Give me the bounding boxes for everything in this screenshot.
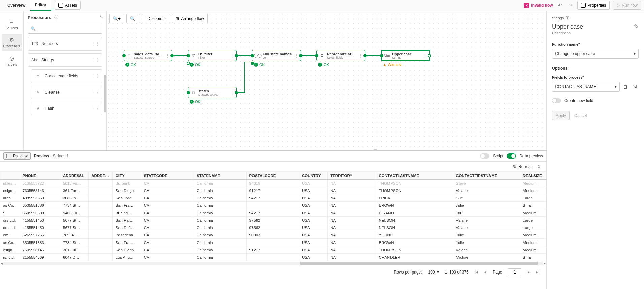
zoom-fit-button[interactable]: ⛶ Zoom fit [142,14,170,23]
column-header[interactable]: COUNTRY [299,172,327,180]
run-flow-button[interactable]: ▷ Run flow [613,1,641,10]
output-port[interactable] [235,54,238,57]
column-header[interactable]: CITY [113,172,141,180]
column-header[interactable]: TERRITORY [328,172,376,180]
last-page-icon[interactable]: ▸I [536,269,540,275]
table-row[interactable]: om626555726578934 …PasadenaCACalifornia9… [0,231,546,239]
column-header[interactable] [0,172,20,180]
table-row[interactable]: areho…40855536593086 In…San JoseCACalifo… [0,194,546,202]
input-port[interactable] [187,54,190,57]
collapse-icon[interactable]: ⤡ [100,14,103,19]
table-row[interactable]: rs, Ltd.21555543696047 D…Los Ang…CACalif… [0,254,546,261]
edit-icon[interactable]: ✎ [634,23,639,30]
column-header[interactable]: CONTACTLASTNAME [376,172,453,180]
processor-item[interactable]: # Hash ⋮⋮ [31,102,102,115]
output-port[interactable] [170,54,174,57]
column-header[interactable]: CONTACTFIRSTNAME [453,172,520,180]
fields-select[interactable]: CONTACTLASTNAME ▾ [552,82,620,92]
arrange-button[interactable]: ⊞ Arrange flow [172,14,207,23]
input-port[interactable] [122,54,126,57]
resize-handle[interactable]: ═ [370,148,380,150]
drag-handle-icon[interactable]: ⋮⋮ [92,90,99,95]
help-icon[interactable]: ⓘ [54,14,58,20]
rpp-select[interactable]: 100 ▾ [428,270,439,275]
processor-item[interactable]: 123 Numbers ⋮⋮ [28,37,102,51]
input-port[interactable] [251,54,254,57]
extra-port[interactable] [251,62,254,65]
properties-button[interactable]: Properties [577,1,610,10]
table-row[interactable]: esign…7605558146361 Fur…San DiegoCACalif… [0,187,546,194]
zoom-out-button[interactable]: 🔍- [126,14,140,23]
settings-icon[interactable]: ⚙ [537,164,541,169]
flow-node[interactable]: ⌸ sales_data_sample Dataset source ⋮ OK [124,50,172,61]
processor-item[interactable]: Abc Strings ⋮⋮ [28,53,102,67]
extra-port[interactable] [187,62,190,65]
drag-handle-icon[interactable]: ⋮⋮ [92,106,99,111]
node-menu-icon[interactable]: ⋮ [230,90,234,95]
info-icon[interactable]: ⓘ [566,15,569,20]
tab-editor[interactable]: Editor [30,0,51,11]
processor-item[interactable]: ✎ Cleanse ⋮⋮ [31,86,102,99]
refresh-button[interactable]: ↻ Refresh [513,164,533,169]
flow-node[interactable]: ▽ US filter Filter ⋮ OK [188,50,237,61]
table-row[interactable]: ubles…51055537225013 Fu…BurbankCACalifor… [0,180,546,187]
data-preview-toggle[interactable] [507,153,516,159]
column-header[interactable]: PHONE [20,172,60,180]
drag-handle-icon[interactable]: ⋮⋮ [92,74,99,78]
preview-badge[interactable]: Preview [3,152,31,160]
horizontal-scrollbar[interactable]: ◂ ▸ [0,261,546,266]
column-header[interactable]: ADDRESSL [89,172,113,180]
drag-handle-icon[interactable]: ⋮⋮ [92,58,99,62]
table-row[interactable]: ors Ltd.41555514505677 St…San Raf…CACali… [0,224,546,231]
input-port[interactable] [380,54,383,57]
node-menu-icon[interactable]: ⋮ [294,53,299,58]
flow-node[interactable]: ≣ Reorganize states f... Select fields ⋮… [316,50,365,61]
rail-sources[interactable]: ⌸ Sources [2,16,22,33]
tab-overview[interactable]: Overview [3,0,30,11]
node-menu-icon[interactable]: ⋮ [230,53,234,58]
table-row[interactable]: ors Ltd.41555514505677 St…San Raf…CACali… [0,217,546,224]
first-page-icon[interactable]: I◂ [475,269,478,275]
column-header[interactable]: DEALSIZE [520,172,546,180]
output-port[interactable] [428,54,431,57]
prev-page-icon[interactable]: ◂ [484,269,486,275]
table-row[interactable]: as Co.65055513867734 St…San Fra…CACalifo… [0,239,546,246]
node-menu-icon[interactable]: ⋮ [422,53,427,58]
rail-processors[interactable]: ⚙ Processors [2,34,22,51]
node-menu-icon[interactable]: ⋮ [358,53,363,58]
rail-targets[interactable]: ◎ Targets [2,52,22,69]
page-input[interactable] [508,268,521,276]
table-row[interactable]: :.65055568099408 Fu…Burling…CACalifornia… [0,209,546,217]
column-header[interactable]: POSTALCODE [246,172,299,180]
search-input[interactable]: 🔍 [28,24,102,34]
output-port[interactable] [363,54,367,57]
create-field-toggle[interactable] [552,98,561,103]
zoom-in-button[interactable]: 🔍+ [109,14,124,23]
output-port[interactable] [235,91,238,94]
column-header[interactable]: STATECODE [141,172,194,180]
script-toggle[interactable] [480,153,489,159]
column-header[interactable]: STATENAME [194,172,246,180]
add-field-icon[interactable]: ⇲ [631,84,639,89]
input-port[interactable] [187,91,190,94]
table-row[interactable]: esign…7605558146361 Fur…San DiegoCACalif… [0,246,546,254]
drag-handle-icon[interactable]: ⋮⋮ [92,41,99,46]
next-page-icon[interactable]: ▸ [528,269,530,275]
flow-node[interactable]: ◯◯ Full state names Join ⋮ OK [252,50,301,61]
cancel-button[interactable]: Cancel [574,111,587,120]
function-name-select[interactable]: Change to upper case ▾ [552,49,639,59]
output-port[interactable] [299,54,302,57]
redo-icon[interactable]: ↷ [567,2,574,9]
flow-node[interactable]: ⌸ states Dataset source ⋮ OK [188,87,237,98]
input-port[interactable] [315,54,318,57]
undo-icon[interactable]: ↶ [556,2,564,9]
assets-button[interactable]: Assets [55,1,81,10]
table-row[interactable]: as Co.65055513867734 St…San Fra…CACalifo… [0,202,546,209]
delete-icon[interactable]: 🗑 [622,84,629,89]
processor-item[interactable]: ⫩ Concatenate fields ⋮⋮ [31,69,102,83]
flow-node[interactable]: Abc Upper case Strings ⋮ Warning [381,50,430,61]
apply-button[interactable]: Apply [552,111,570,120]
column-header[interactable]: ADDRESSL [60,172,89,180]
node-menu-icon[interactable]: ⋮ [165,53,170,58]
scrollbar[interactable] [104,75,106,112]
